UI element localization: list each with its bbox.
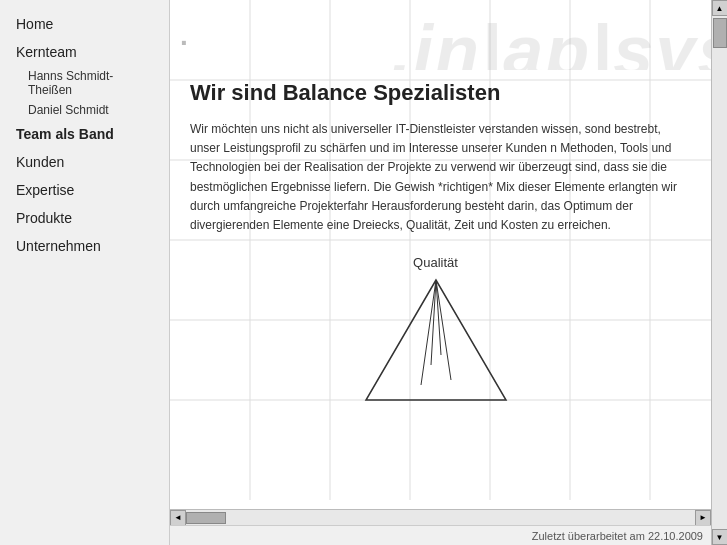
sidebar: Home Kernteam Hanns Schmidt-Theißen Dani… (0, 0, 170, 545)
sidebar-item-kunden[interactable]: Kunden (0, 148, 169, 176)
page-title: Wir sind Balance Spezialisten (190, 80, 681, 106)
content-area: .in|ap|sys . Wir sind Balance Spezialist… (170, 0, 711, 545)
quality-triangle (346, 275, 526, 405)
logo-text: .in|ap|sys (391, 10, 711, 70)
sidebar-item-home[interactable]: Home (0, 10, 169, 38)
logo-area: .in|ap|sys (391, 10, 711, 70)
scroll-thumb-horizontal[interactable] (186, 512, 226, 524)
sidebar-subitem-hanns[interactable]: Hanns Schmidt-Theißen (0, 66, 169, 100)
svg-line-15 (436, 280, 451, 380)
logo-dot: . (180, 20, 188, 52)
scroll-down-button[interactable]: ▼ (712, 529, 728, 545)
content-with-scrollbar: .in|ap|sys . Wir sind Balance Spezialist… (170, 0, 727, 545)
bottom-area: ◄ ► Zuletzt überarbeitet am 22.10.2009 (170, 509, 711, 545)
bottom-scrollbar[interactable]: ◄ ► (170, 509, 711, 525)
scroll-track-horizontal[interactable] (186, 510, 695, 525)
svg-line-13 (436, 280, 441, 355)
scroll-up-button[interactable]: ▲ (712, 0, 728, 16)
last-updated: Zuletzt überarbeitet am 22.10.2009 (532, 530, 703, 542)
diagram-area: Qualität (190, 255, 681, 405)
status-bar: Zuletzt überarbeitet am 22.10.2009 (170, 525, 711, 545)
svg-line-12 (431, 280, 436, 365)
sidebar-item-unternehmen[interactable]: Unternehmen (0, 232, 169, 260)
svg-line-14 (421, 280, 436, 385)
sidebar-item-team-als-band[interactable]: Team als Band (0, 120, 169, 148)
scroll-thumb-vertical[interactable] (713, 18, 727, 48)
scroll-left-button[interactable]: ◄ (170, 510, 186, 526)
sidebar-item-produkte[interactable]: Produkte (0, 204, 169, 232)
sidebar-item-expertise[interactable]: Expertise (0, 176, 169, 204)
sidebar-subitem-daniel[interactable]: Daniel Schmidt (0, 100, 169, 120)
scroll-right-button[interactable]: ► (695, 510, 711, 526)
svg-marker-11 (366, 280, 506, 400)
page-body: Wir möchten uns nicht als universeller I… (190, 120, 681, 235)
scroll-track-vertical[interactable] (712, 16, 727, 529)
page-content: Wir sind Balance Spezialisten Wir möchte… (190, 80, 681, 405)
diagram-label: Qualität (413, 255, 458, 270)
sidebar-item-kernteam[interactable]: Kernteam (0, 38, 169, 66)
right-scrollbar[interactable]: ▲ ▼ (711, 0, 727, 545)
content-inner: .in|ap|sys . Wir sind Balance Spezialist… (170, 0, 711, 509)
